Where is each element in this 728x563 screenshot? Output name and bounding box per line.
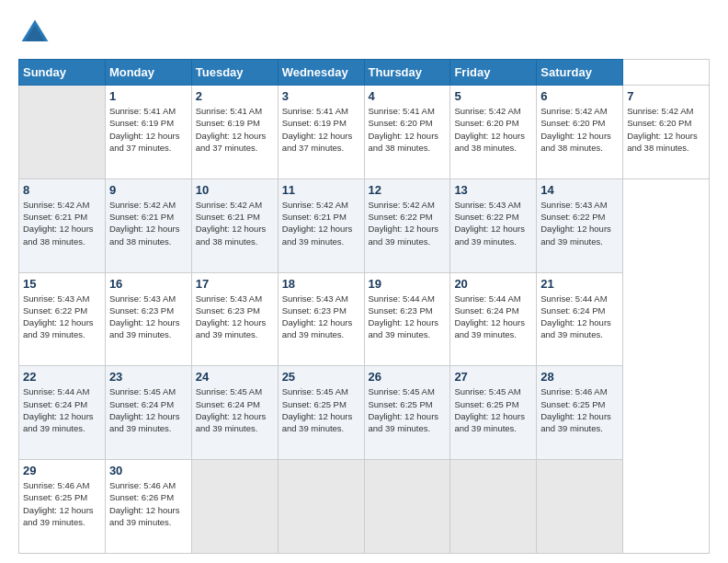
calendar-cell: 15Sunrise: 5:43 AMSunset: 6:22 PMDayligh…: [19, 272, 106, 366]
day-info: Sunrise: 5:42 AMSunset: 6:22 PMDaylight:…: [369, 199, 447, 247]
day-number: 29: [23, 464, 101, 477]
day-number: 25: [282, 370, 360, 384]
day-number: 12: [369, 183, 447, 197]
day-info: Sunrise: 5:43 AMSunset: 6:22 PMDaylight:…: [540, 199, 619, 247]
day-header-tuesday: Tuesday: [191, 60, 278, 86]
calendar-cell: 26Sunrise: 5:45 AMSunset: 6:25 PMDayligh…: [364, 366, 450, 460]
day-info: Sunrise: 5:42 AMSunset: 6:20 PMDaylight:…: [454, 105, 532, 154]
calendar-cell: 11Sunrise: 5:42 AMSunset: 6:21 PMDayligh…: [278, 178, 364, 272]
day-info: Sunrise: 5:44 AMSunset: 6:24 PMDaylight:…: [454, 293, 532, 341]
day-info: Sunrise: 5:41 AMSunset: 6:19 PMDaylight:…: [196, 105, 274, 154]
day-number: 13: [454, 183, 532, 197]
calendar-cell: 3Sunrise: 5:41 AMSunset: 6:19 PMDaylight…: [278, 86, 364, 179]
calendar-table: SundayMondayTuesdayWednesdayThursdayFrid…: [18, 59, 710, 554]
day-number: 18: [282, 277, 360, 291]
day-number: 7: [627, 89, 705, 103]
day-number: 19: [369, 277, 447, 291]
day-number: 4: [369, 89, 447, 103]
day-info: Sunrise: 5:42 AMSunset: 6:21 PMDaylight:…: [23, 199, 101, 247]
calendar-cell: 22Sunrise: 5:44 AMSunset: 6:24 PMDayligh…: [19, 366, 106, 460]
calendar-cell: 29Sunrise: 5:46 AMSunset: 6:25 PMDayligh…: [19, 460, 106, 554]
calendar-cell: 19Sunrise: 5:44 AMSunset: 6:23 PMDayligh…: [364, 272, 450, 366]
day-info: Sunrise: 5:44 AMSunset: 6:24 PMDaylight:…: [540, 293, 619, 341]
calendar-cell: [191, 460, 278, 554]
day-number: 5: [454, 89, 532, 103]
day-info: Sunrise: 5:45 AMSunset: 6:25 PMDaylight:…: [369, 385, 447, 434]
calendar-cell: 21Sunrise: 5:44 AMSunset: 6:24 PMDayligh…: [537, 272, 623, 366]
logo-icon: [18, 17, 51, 50]
day-info: Sunrise: 5:42 AMSunset: 6:20 PMDaylight:…: [540, 105, 619, 154]
calendar-cell: 7Sunrise: 5:42 AMSunset: 6:20 PMDaylight…: [623, 86, 710, 179]
calendar-cell: 20Sunrise: 5:44 AMSunset: 6:24 PMDayligh…: [450, 272, 537, 366]
day-info: Sunrise: 5:43 AMSunset: 6:23 PMDaylight:…: [109, 293, 188, 341]
day-number: 30: [109, 464, 188, 477]
calendar-cell: 23Sunrise: 5:45 AMSunset: 6:24 PMDayligh…: [105, 366, 191, 460]
calendar-cell: 4Sunrise: 5:41 AMSunset: 6:20 PMDaylight…: [364, 86, 450, 179]
calendar-cell: 24Sunrise: 5:45 AMSunset: 6:24 PMDayligh…: [191, 366, 278, 460]
calendar-cell: 17Sunrise: 5:43 AMSunset: 6:23 PMDayligh…: [191, 272, 278, 366]
calendar-cell: 2Sunrise: 5:41 AMSunset: 6:19 PMDaylight…: [191, 86, 278, 179]
calendar-cell: 9Sunrise: 5:42 AMSunset: 6:21 PMDaylight…: [105, 178, 191, 272]
day-info: Sunrise: 5:43 AMSunset: 6:22 PMDaylight:…: [454, 199, 532, 247]
day-info: Sunrise: 5:46 AMSunset: 6:25 PMDaylight:…: [540, 385, 619, 434]
day-number: 26: [369, 370, 447, 384]
day-info: Sunrise: 5:45 AMSunset: 6:25 PMDaylight:…: [454, 385, 532, 434]
day-number: 27: [454, 370, 532, 384]
day-info: Sunrise: 5:42 AMSunset: 6:21 PMDaylight:…: [109, 199, 188, 247]
calendar-header-row: SundayMondayTuesdayWednesdayThursdayFrid…: [19, 60, 710, 86]
day-header-wednesday: Wednesday: [278, 60, 364, 86]
day-header-saturday: Saturday: [537, 60, 623, 86]
day-info: Sunrise: 5:45 AMSunset: 6:24 PMDaylight:…: [196, 385, 274, 434]
calendar-cell: 5Sunrise: 5:42 AMSunset: 6:20 PMDaylight…: [450, 86, 537, 179]
calendar-cell: 6Sunrise: 5:42 AMSunset: 6:20 PMDaylight…: [537, 86, 623, 179]
day-number: 11: [282, 183, 360, 197]
calendar-cell: [19, 86, 106, 179]
day-info: Sunrise: 5:44 AMSunset: 6:23 PMDaylight:…: [369, 293, 447, 341]
day-number: 28: [540, 370, 619, 384]
calendar-cell: 27Sunrise: 5:45 AMSunset: 6:25 PMDayligh…: [450, 366, 537, 460]
day-info: Sunrise: 5:42 AMSunset: 6:20 PMDaylight:…: [627, 105, 705, 154]
day-info: Sunrise: 5:42 AMSunset: 6:21 PMDaylight:…: [282, 199, 360, 247]
calendar-cell: [278, 460, 364, 554]
day-info: Sunrise: 5:41 AMSunset: 6:19 PMDaylight:…: [109, 105, 188, 154]
day-number: 21: [540, 277, 619, 291]
day-number: 3: [282, 89, 360, 103]
day-number: 8: [23, 183, 101, 197]
calendar-cell: 30Sunrise: 5:46 AMSunset: 6:26 PMDayligh…: [105, 460, 191, 554]
day-header-thursday: Thursday: [364, 60, 450, 86]
day-info: Sunrise: 5:41 AMSunset: 6:19 PMDaylight:…: [282, 105, 360, 154]
day-number: 20: [454, 277, 532, 291]
day-info: Sunrise: 5:42 AMSunset: 6:21 PMDaylight:…: [196, 199, 274, 247]
calendar-cell: 10Sunrise: 5:42 AMSunset: 6:21 PMDayligh…: [191, 178, 278, 272]
calendar-cell: 28Sunrise: 5:46 AMSunset: 6:25 PMDayligh…: [537, 366, 623, 460]
page: SundayMondayTuesdayWednesdayThursdayFrid…: [0, 0, 728, 563]
day-number: 1: [109, 89, 188, 103]
day-number: 10: [196, 183, 274, 197]
day-info: Sunrise: 5:43 AMSunset: 6:23 PMDaylight:…: [282, 293, 360, 341]
logo: [18, 17, 57, 50]
day-info: Sunrise: 5:43 AMSunset: 6:22 PMDaylight:…: [23, 293, 101, 341]
calendar-cell: 13Sunrise: 5:43 AMSunset: 6:22 PMDayligh…: [450, 178, 537, 272]
calendar-week-row: 15Sunrise: 5:43 AMSunset: 6:22 PMDayligh…: [19, 272, 710, 366]
calendar-cell: 8Sunrise: 5:42 AMSunset: 6:21 PMDaylight…: [19, 178, 106, 272]
calendar-week-row: 8Sunrise: 5:42 AMSunset: 6:21 PMDaylight…: [19, 178, 710, 272]
calendar-cell: 25Sunrise: 5:45 AMSunset: 6:25 PMDayligh…: [278, 366, 364, 460]
header: [18, 17, 710, 50]
calendar-cell: 12Sunrise: 5:42 AMSunset: 6:22 PMDayligh…: [364, 178, 450, 272]
day-number: 2: [196, 89, 274, 103]
calendar-cell: 16Sunrise: 5:43 AMSunset: 6:23 PMDayligh…: [105, 272, 191, 366]
day-header-sunday: Sunday: [19, 60, 106, 86]
day-number: 23: [109, 370, 188, 384]
calendar-week-row: 22Sunrise: 5:44 AMSunset: 6:24 PMDayligh…: [19, 366, 710, 460]
day-number: 6: [540, 89, 619, 103]
day-info: Sunrise: 5:45 AMSunset: 6:24 PMDaylight:…: [109, 385, 188, 434]
day-number: 24: [196, 370, 274, 384]
day-info: Sunrise: 5:43 AMSunset: 6:23 PMDaylight:…: [196, 293, 274, 341]
calendar-cell: [537, 460, 623, 554]
day-number: 16: [109, 277, 188, 291]
calendar-cell: [450, 460, 537, 554]
calendar-week-row: 1Sunrise: 5:41 AMSunset: 6:19 PMDaylight…: [19, 86, 710, 179]
day-number: 14: [540, 183, 619, 197]
day-header-monday: Monday: [105, 60, 191, 86]
calendar-cell: 14Sunrise: 5:43 AMSunset: 6:22 PMDayligh…: [537, 178, 623, 272]
